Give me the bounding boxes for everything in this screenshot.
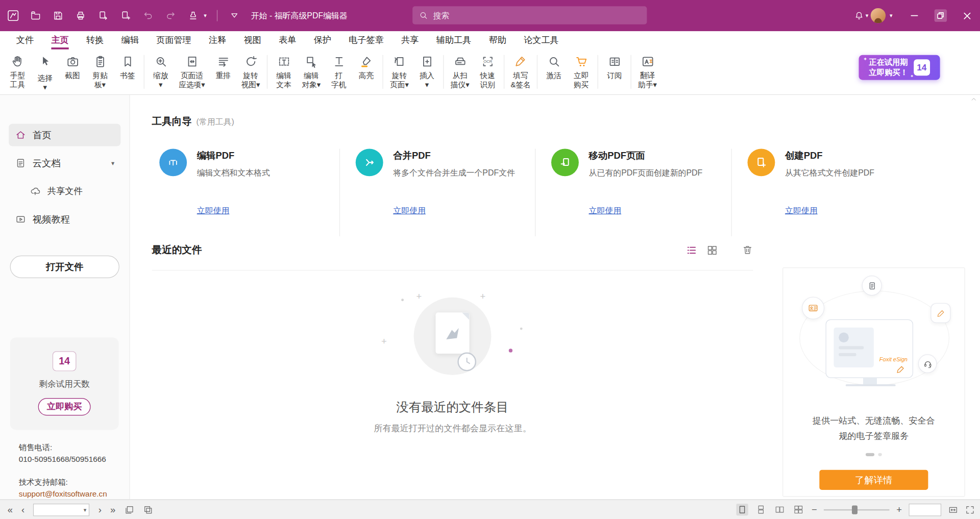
use-now-link[interactable]: 立即使用 xyxy=(589,205,621,216)
headset-badge-icon xyxy=(918,354,937,373)
quick-access-menu-icon[interactable] xyxy=(227,9,241,22)
sidebar-item-video-tutorials[interactable]: 视频教程 xyxy=(9,208,120,231)
menu-share[interactable]: 共享 xyxy=(393,31,428,50)
menu-form[interactable]: 表单 xyxy=(270,31,305,50)
page-fit-tool[interactable]: 页面适 应选项▾ xyxy=(175,52,210,91)
learn-more-button[interactable]: 了解详情 xyxy=(819,470,928,490)
clipboard-tool[interactable]: 剪贴 板▾ xyxy=(86,52,114,91)
use-now-link[interactable]: 立即使用 xyxy=(393,205,426,216)
facing-view-icon[interactable] xyxy=(774,504,786,515)
first-page-button[interactable]: « xyxy=(8,505,13,514)
open-file-button[interactable]: 打开文件 xyxy=(10,256,119,278)
continuous-facing-view-icon[interactable] xyxy=(793,504,804,515)
page-dropdown-icon[interactable]: ▾ xyxy=(84,506,87,512)
snapshot-pages-icon[interactable] xyxy=(124,505,134,515)
typewriter-tool[interactable]: 打 字机 xyxy=(325,52,353,91)
bookmark-tool[interactable]: 书签 xyxy=(114,52,141,82)
clipboard-pages-icon[interactable] xyxy=(143,505,153,515)
menu-convert[interactable]: 转换 xyxy=(78,31,113,50)
card-move-pdf-pages[interactable]: 移动PDF页面 从已有的PDF页面创建新的PDF 立即使用 xyxy=(535,149,731,236)
zoom-percent-input[interactable] xyxy=(910,505,941,516)
card-create-pdf[interactable]: 创建PDF 从其它格式文件创建PDF 立即使用 xyxy=(731,149,938,236)
card-edit-pdf[interactable]: 编辑PDF 编辑文档和文本格式 立即使用 xyxy=(152,149,339,236)
scroll-up-icon[interactable] xyxy=(971,96,977,103)
sidebar-item-home[interactable]: 首页 xyxy=(9,123,120,146)
stamp-icon[interactable] xyxy=(186,9,200,22)
edit-text-tool[interactable]: 编辑 文本 xyxy=(270,52,298,91)
create-pdf-icon[interactable] xyxy=(119,9,133,22)
rotate-view-tool[interactable]: 旋转 视图▾ xyxy=(237,52,264,91)
next-page-button[interactable]: › xyxy=(99,505,102,514)
single-page-view-icon[interactable] xyxy=(737,504,748,515)
close-button[interactable] xyxy=(954,0,980,31)
zoom-in-button[interactable]: + xyxy=(896,505,902,514)
zoom-out-button[interactable]: − xyxy=(812,505,817,514)
scanner-tool[interactable]: 从扫 描仪▾ xyxy=(446,52,474,91)
hand-tool[interactable]: 手型 工具 xyxy=(4,52,31,91)
export-pdf-icon[interactable] xyxy=(96,9,110,22)
buy-now-button[interactable]: 立即购买 xyxy=(38,398,91,415)
zoom-slider[interactable] xyxy=(824,505,890,515)
trial-banner-button[interactable]: ✦ ✦ 正在试用期 立即购买！ 14 xyxy=(859,55,940,80)
use-now-link[interactable]: 立即使用 xyxy=(785,205,818,216)
menu-paper-tools[interactable]: 论文工具 xyxy=(515,31,568,50)
fill-sign-tool[interactable]: 填写 &签名 xyxy=(507,52,534,91)
edit-object-tool[interactable]: 编辑 对象▾ xyxy=(298,52,325,91)
save-icon[interactable] xyxy=(51,9,65,22)
zoom-tool[interactable]: 缩放 ▾ xyxy=(147,52,175,91)
print-icon[interactable] xyxy=(74,9,87,22)
zoom-slider-thumb[interactable] xyxy=(852,505,857,514)
support-email-link[interactable]: support@foxitsoftware.cn xyxy=(19,489,107,500)
open-file-icon[interactable] xyxy=(29,9,42,22)
subscribe-tool[interactable]: 订阅 xyxy=(601,52,628,82)
reflow-tool[interactable]: 重排 xyxy=(209,52,237,82)
menu-view[interactable]: 视图 xyxy=(235,31,270,50)
menu-home[interactable]: 主页 xyxy=(42,31,78,50)
ocr-tool[interactable]: OCR 快速 识别 xyxy=(474,52,501,91)
chevron-down-icon[interactable]: ▾ xyxy=(111,160,114,166)
menu-comment[interactable]: 注释 xyxy=(200,31,235,50)
ribbon-tool-label: 手型 工具 xyxy=(10,71,25,90)
trash-icon[interactable] xyxy=(742,244,753,256)
menu-edit[interactable]: 编辑 xyxy=(112,31,148,50)
notifications-dropdown-icon[interactable]: ▾ xyxy=(866,12,869,18)
notifications-bell-icon[interactable] xyxy=(854,10,865,21)
fullscreen-icon[interactable] xyxy=(965,505,975,515)
sidebar-item-shared-files[interactable]: 共享文件 xyxy=(9,180,120,203)
snapshot-tool[interactable]: 截图 xyxy=(59,52,86,82)
menu-page-manage[interactable]: 页面管理 xyxy=(148,31,200,50)
search-box[interactable] xyxy=(412,6,647,24)
menu-file[interactable]: 文件 xyxy=(8,31,43,50)
search-input[interactable] xyxy=(433,11,641,20)
stamp-dropdown-icon[interactable]: ▾ xyxy=(204,12,207,18)
list-view-icon[interactable] xyxy=(685,244,697,256)
redo-icon[interactable] xyxy=(164,9,178,22)
last-page-button[interactable]: » xyxy=(110,505,115,514)
insert-tool[interactable]: 插入 ▾ xyxy=(413,52,440,91)
fit-width-icon[interactable] xyxy=(948,505,959,515)
translate-tool[interactable]: 翻译 助手▾ xyxy=(634,52,662,91)
select-tool[interactable]: 选择 ▾ xyxy=(31,52,59,94)
carousel-dot[interactable] xyxy=(878,453,881,456)
undo-icon[interactable] xyxy=(141,9,155,22)
prev-page-button[interactable]: ‹ xyxy=(21,505,24,514)
account-dropdown-icon[interactable]: ▾ xyxy=(890,12,893,18)
buy-tool[interactable]: 立即 购买 xyxy=(568,52,595,91)
menu-help[interactable]: 帮助 xyxy=(480,31,515,50)
use-now-link[interactable]: 立即使用 xyxy=(197,205,230,216)
sidebar-item-cloud-docs[interactable]: 云文档 ▾ xyxy=(9,152,120,175)
page-number-input[interactable] xyxy=(34,504,89,515)
restore-button[interactable] xyxy=(927,0,953,31)
card-merge-pdf[interactable]: 合并PDF 将多个文件合并生成一个PDF文件 立即使用 xyxy=(339,149,535,236)
menu-accessibility[interactable]: 辅助工具 xyxy=(428,31,480,50)
grid-view-icon[interactable] xyxy=(706,244,718,256)
highlight-tool[interactable]: 高亮 xyxy=(353,52,380,82)
avatar[interactable] xyxy=(871,8,886,23)
continuous-view-icon[interactable] xyxy=(755,504,767,515)
activate-tool[interactable]: 激活 xyxy=(540,52,568,82)
minimize-button[interactable] xyxy=(901,0,927,31)
menu-protect[interactable]: 保护 xyxy=(305,31,340,50)
menu-esign[interactable]: 电子签章 xyxy=(340,31,393,50)
carousel-dot-active[interactable] xyxy=(866,453,874,456)
rotate-pages-tool[interactable]: 旋转 页面▾ xyxy=(386,52,413,91)
